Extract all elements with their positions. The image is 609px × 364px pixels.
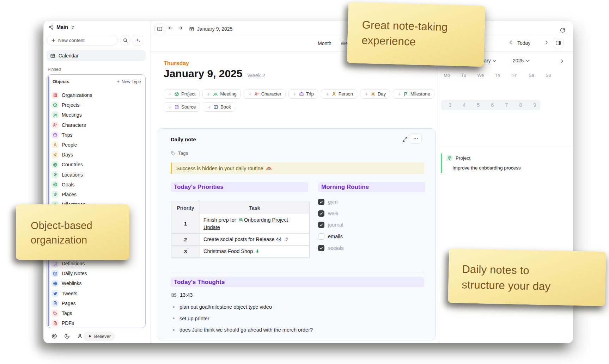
checkbox[interactable] — [318, 233, 324, 240]
character-icon — [51, 122, 59, 129]
calendar-day-6[interactable]: 6 — [487, 100, 498, 111]
project-title[interactable]: Improve the onboarding process — [452, 165, 521, 171]
tag-icon — [171, 151, 176, 156]
add-object-buttons-row-2: SourceBook — [164, 102, 235, 112]
next-day-button[interactable] — [544, 40, 549, 46]
pdf-icon: PDF — [51, 320, 59, 327]
sidebar-toggle-button[interactable] — [154, 24, 165, 34]
next-month-button[interactable] — [559, 58, 565, 65]
sidebar-item-label: People — [62, 142, 77, 148]
calendar-day-4[interactable]: 4 — [459, 100, 470, 111]
forward-button[interactable] — [177, 25, 183, 32]
people-icon — [51, 111, 59, 118]
sidebar-item-characters[interactable]: Characters — [47, 120, 145, 130]
checklist-item-walk[interactable]: walk — [318, 208, 343, 220]
day-number: 6 — [488, 100, 498, 110]
calendar-label: Calendar — [59, 53, 79, 58]
add-book-button[interactable]: Book — [203, 102, 235, 112]
briefcase-icon — [299, 92, 304, 97]
table-column-header: Task — [200, 202, 310, 214]
sidebar-item-daily-notes[interactable]: Daily Notes — [47, 269, 145, 278]
add-character-button[interactable]: Character — [244, 89, 286, 99]
calendar-day-7[interactable]: 7 — [501, 100, 512, 111]
priority-cell: 2 — [171, 234, 200, 246]
day-number: 3 — [445, 100, 455, 110]
sidebar-item-weblinks[interactable]: Weblinks — [47, 278, 145, 288]
sidebar-item-days[interactable]: Days — [47, 150, 145, 160]
calendar-day-5[interactable]: 5 — [473, 100, 484, 111]
workspace-icon — [48, 24, 54, 30]
more-options-button[interactable] — [410, 133, 422, 144]
chevron-down-icon — [492, 58, 497, 63]
tags-field[interactable]: Tags — [171, 150, 188, 156]
prev-day-button[interactable] — [508, 40, 513, 46]
checkbox[interactable] — [318, 199, 324, 205]
sidebar-item-definitions[interactable]: Definitions — [47, 259, 145, 269]
checklist-item-journal[interactable]: journal — [318, 219, 343, 231]
calendar-day-3[interactable]: 3 — [445, 100, 456, 111]
calendar-day-9[interactable]: 9 — [529, 100, 540, 111]
new-type-button[interactable]: New Type — [116, 79, 141, 84]
sidebar-item-tweets[interactable]: Tweets — [47, 289, 145, 298]
chevron-right-icon — [544, 40, 549, 45]
tab-month[interactable]: Month — [318, 41, 331, 46]
back-button[interactable] — [168, 25, 173, 32]
sidebar-item-people[interactable]: People — [47, 140, 145, 150]
checkbox[interactable] — [318, 245, 324, 251]
sidebar-item-meetings[interactable]: Meetings — [47, 110, 145, 120]
settings-button[interactable] — [51, 333, 57, 340]
expand-button[interactable] — [402, 136, 408, 142]
ai-assistant-button[interactable] — [133, 35, 143, 45]
weekday-header: Tu — [455, 70, 472, 81]
add-trip-button[interactable]: Trip — [288, 89, 318, 99]
right-panel-toggle-button[interactable] — [553, 38, 564, 48]
add-milestone-button[interactable]: Milestone — [393, 89, 434, 99]
flag-icon — [403, 92, 408, 97]
sidebar-item-organizations[interactable]: Organizations — [47, 90, 145, 100]
sun-icon — [371, 92, 376, 97]
arrow-left-icon — [168, 25, 173, 31]
breadcrumb-date[interactable]: January 9, 2025 — [189, 24, 232, 34]
checklist-item-emails[interactable]: emails — [318, 231, 343, 242]
target-icon — [51, 181, 59, 188]
sidebar-item-places[interactable]: Places — [47, 190, 145, 199]
sidebar-item-countries[interactable]: Countries — [47, 160, 145, 169]
sidebar-item-locations[interactable]: Locations — [47, 170, 145, 180]
workspace-switcher[interactable]: Main — [48, 24, 75, 30]
theme-toggle-button[interactable] — [64, 333, 70, 340]
add-day-button[interactable]: Day — [360, 89, 390, 99]
calendar-day-8[interactable]: 8 — [515, 100, 526, 111]
checklist-item-gym[interactable]: gym — [318, 196, 343, 208]
table-row: 3Christmas Food Shop — [171, 246, 310, 258]
add-person-button[interactable]: Person — [321, 89, 357, 99]
checkbox[interactable] — [318, 222, 324, 228]
sticky-note-great-note-taking: Great note-taking experience — [347, 2, 486, 67]
year-select[interactable]: 2025 — [513, 58, 530, 63]
sync-button[interactable] — [560, 27, 566, 34]
add-meeting-button[interactable]: Meeting — [202, 89, 240, 99]
sidebar-item-trips[interactable]: Trips — [47, 130, 145, 140]
sidebar-item-tags[interactable]: Tags — [47, 308, 145, 318]
search-button[interactable] — [120, 35, 130, 45]
sun-icon — [51, 151, 59, 158]
chevron-left-icon — [508, 40, 513, 45]
add-source-button[interactable]: Source — [164, 102, 200, 112]
search-icon — [123, 38, 128, 43]
sidebar-item-goals[interactable]: Goals — [47, 180, 145, 190]
day-number: 8 — [516, 100, 526, 110]
new-content-button[interactable]: New content — [47, 35, 118, 45]
table-column-header: Priority — [171, 202, 200, 214]
believer-badge[interactable]: Believer — [83, 332, 115, 341]
project-entry[interactable]: Project — [446, 155, 470, 161]
add-project-button[interactable]: Project — [164, 89, 200, 99]
rocket-icon — [284, 237, 289, 242]
sidebar-item-pages[interactable]: Pages — [47, 298, 145, 308]
panel-right-icon — [555, 40, 561, 46]
checklist-item-socials[interactable]: socials — [318, 242, 343, 254]
sidebar-item-calendar[interactable]: Calendar — [47, 50, 146, 61]
today-button[interactable]: Today — [517, 40, 530, 46]
checkbox[interactable] — [318, 210, 324, 217]
account-button[interactable] — [77, 333, 83, 340]
sidebar-item-pdfs[interactable]: PDFPDFs — [47, 318, 145, 328]
sidebar-item-projects[interactable]: Projects — [47, 100, 145, 110]
